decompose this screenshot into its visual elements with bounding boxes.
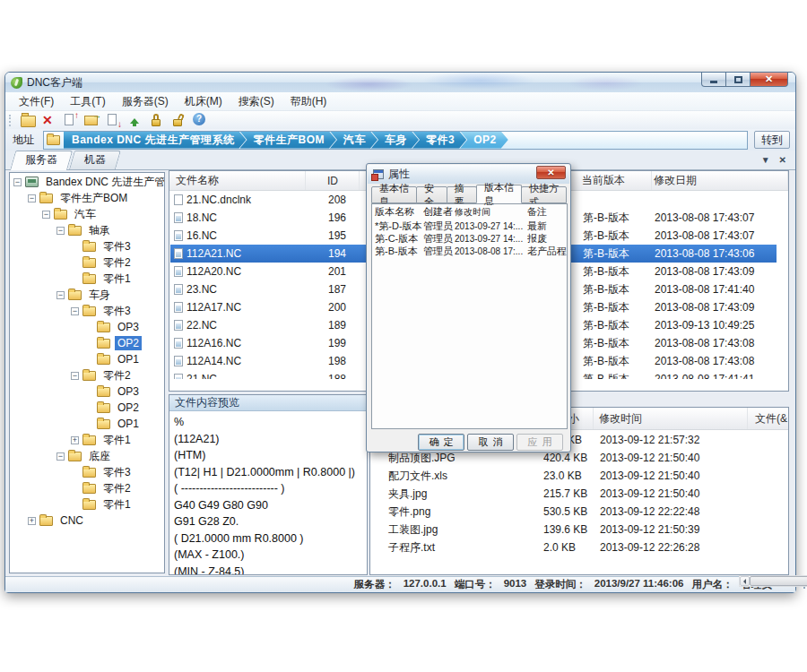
tree-node[interactable]: +零件1 [10,432,164,448]
tree-node[interactable]: OP1 [10,351,164,367]
version-column-header[interactable]: 创建者 [423,205,455,219]
attachment-row[interactable]: 工装图.jpg139.6 KB2013-09-12 21:50:39 [371,521,776,538]
tree-node[interactable]: OP3 [10,319,164,335]
title-bar[interactable]: DNC客户端 ✕ [5,73,795,92]
version-column-header[interactable]: 修改时间 [455,206,527,219]
new-folder-icon[interactable] [20,113,35,127]
breadcrumb-segment[interactable]: 车身 [371,132,419,149]
tree-node[interactable]: −车身 [10,287,164,303]
tree-expander-icon[interactable]: − [56,452,65,461]
menu-item[interactable]: 文件(F) [11,92,62,110]
maximize-button[interactable] [726,73,751,87]
cancel-button[interactable]: 取消 [467,434,514,451]
attachment-time-cell: 2013-09-12 21:50:39 [594,523,749,536]
go-button[interactable]: 转到 [754,131,790,149]
tree-node[interactable]: −底座 [10,448,164,464]
tree-node[interactable]: −汽车 [10,206,164,222]
tree-node[interactable]: OP1 [10,416,164,432]
version-row[interactable]: *第-D-版本管理员2013-09-27 14:...最新 [372,220,567,232]
dialog-tab[interactable]: 基本信息 [371,186,417,203]
version-row[interactable]: 第-B-版本管理员2013-08-08 17:...老产品程序 [372,245,567,257]
attachment-row[interactable]: 配刀文件.xls23.0 KB2013-09-12 21:50:40 [371,467,776,485]
tree-expander-icon[interactable]: − [56,291,65,299]
tree-expander-icon[interactable]: − [56,227,65,235]
tree-expander-icon[interactable]: − [71,372,79,380]
attachment-row[interactable]: 子程序.txt2.0 KB2013-09-12 22:26:28 [371,538,776,556]
tree-expander-icon[interactable]: + [71,436,79,444]
column-header-id[interactable]: ID [306,171,360,190]
tree-expander-icon[interactable]: − [71,307,79,315]
tree-node[interactable]: −零件生产BOM [10,190,164,206]
version-column-header[interactable]: 备注 [527,205,567,219]
tree-node[interactable]: OP3 [10,383,164,400]
tree-expander-icon[interactable]: + [28,517,36,525]
tree-node[interactable]: 零件2 [10,480,164,496]
menu-item[interactable]: 搜索(S) [230,92,282,110]
preview-line: (T12| H1 | D21.0000mm | R0.8000 |) [174,464,362,481]
tree-node[interactable]: OP2 [10,335,164,351]
menu-item[interactable]: 机床(M) [177,92,230,110]
tree-expander-icon[interactable]: − [13,178,22,186]
version-row[interactable]: 第-C-版本管理员2013-09-27 14:...报废 [372,232,567,245]
tree-node[interactable]: 零件3 [10,238,164,254]
view-tab-servers[interactable]: 服务器 [13,151,70,169]
view-tab-machines[interactable]: 机器 [72,151,118,169]
close-pane-icon[interactable]: ✕ [779,155,786,165]
unlock-icon[interactable] [170,113,186,127]
tree-node[interactable]: 零件1 [10,271,164,287]
column-header-date[interactable]: 修改日期 [652,171,788,190]
version-column-header[interactable]: 版本名称 [372,205,423,219]
breadcrumb-segment[interactable]: 汽车 [330,132,377,149]
check-in-icon[interactable]: ↑ [63,113,78,127]
menu-item[interactable]: 帮助(H) [282,92,335,110]
file-id-cell: 188 [307,373,360,379]
tree-node[interactable]: −Bandex DNC 先进生产管理系统 [10,174,164,190]
check-out-icon[interactable]: ↓ [106,113,121,127]
dialog-close-button[interactable]: ✕ [536,166,566,179]
dialog-tab[interactable]: 快捷方式 [521,186,567,203]
minimize-button[interactable] [701,73,726,87]
column-header-name[interactable]: 文件名称 [169,171,306,190]
dialog-tab[interactable]: 摘要 [447,186,478,203]
tree-node[interactable]: +CNC [10,513,164,529]
breadcrumb-segment[interactable]: Bandex DNC 先进生产管理系统 [64,132,247,149]
ok-button[interactable]: 确定 [418,434,464,451]
breadcrumb[interactable]: Bandex DNC 先进生产管理系统零件生产BOM汽车车身零件3OP2 [43,131,748,150]
send-icon[interactable] [127,113,143,127]
status-segment: 服务器： [354,578,395,591]
breadcrumb-segment[interactable]: 零件生产BOM [240,132,337,149]
tree-node-label: 车身 [86,287,113,304]
column-header-file[interactable]: 文件(& [748,408,788,429]
tree-node[interactable]: 零件3 [10,464,164,480]
file-id-cell: 196 [307,211,360,224]
window-title: DNC客户端 [27,75,82,90]
help-icon[interactable] [192,113,207,127]
delete-icon[interactable] [41,113,56,127]
attachment-row[interactable]: 夹具.jpg215.7 KB2013-09-12 21:50:40 [371,485,776,503]
tree-node[interactable]: 零件1 [10,496,164,513]
breadcrumb-segment[interactable]: OP2 [460,132,508,149]
tree-node[interactable]: −零件3 [10,303,164,319]
close-button[interactable]: ✕ [751,73,788,87]
dialog-tab[interactable]: 安全 [416,186,447,203]
tree-node[interactable]: −零件2 [10,367,164,383]
dialog-horizontal-scrollbar[interactable] [739,575,807,587]
tree-node[interactable]: OP2 [10,400,164,416]
tree-node[interactable]: 零件2 [10,254,164,271]
attachment-time-cell: 2013-09-12 22:26:28 [594,541,749,554]
lock-icon[interactable] [149,113,164,127]
column-header-version[interactable]: 当前版本 [580,171,652,190]
tree-expander-icon[interactable]: − [28,194,36,202]
dialog-tab[interactable]: 版本信息 [476,185,522,203]
menu-item[interactable]: 工具(T) [62,92,113,110]
breadcrumb-segment[interactable]: 零件3 [412,132,466,149]
chevron-down-icon[interactable]: ▼ [761,155,770,165]
menu-item[interactable]: 服务器(S) [114,92,177,110]
file-name-cell: 112A17.NC [187,301,307,314]
toolbar-grip-icon[interactable] [9,115,12,126]
tree-expander-icon[interactable]: − [42,211,50,219]
open-folder-icon[interactable]: → [84,113,100,127]
column-header-modified[interactable]: 修改时间 [594,408,748,429]
tree-node[interactable]: −轴承 [10,222,164,238]
attachment-row[interactable]: 零件.png530.5 KB2013-09-12 22:22:48 [371,503,776,521]
